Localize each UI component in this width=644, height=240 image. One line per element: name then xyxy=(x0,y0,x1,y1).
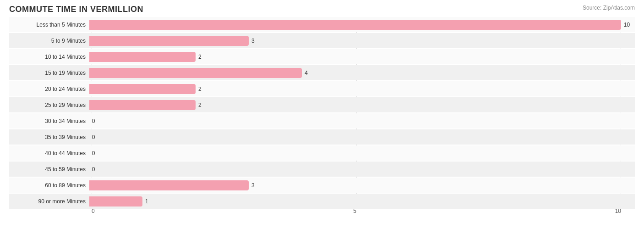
bar-track: 0 xyxy=(89,116,621,126)
bar-track: 3 xyxy=(89,180,621,190)
bar-track: 3 xyxy=(89,36,621,46)
bar-track: 1 xyxy=(89,196,621,207)
bar-row: 45 to 59 Minutes0 xyxy=(9,162,635,177)
bar-row: 60 to 89 Minutes3 xyxy=(9,178,635,193)
bar-row: 10 to 14 Minutes2 xyxy=(9,49,635,64)
chart-title: COMMUTE TIME IN VERMILLION xyxy=(9,5,635,14)
bar-fill xyxy=(89,20,621,30)
bar-value: 0 xyxy=(92,118,95,124)
bar-label: 20 to 24 Minutes xyxy=(9,86,89,92)
bar-track: 0 xyxy=(89,148,621,158)
bar-label: 25 to 29 Minutes xyxy=(9,102,89,108)
bar-value: 3 xyxy=(251,38,255,44)
bar-row: 35 to 39 Minutes0 xyxy=(9,129,635,145)
bar-track: 2 xyxy=(89,100,621,110)
bar-row: Less than 5 Minutes10 xyxy=(9,17,635,32)
bar-row: 90 or more Minutes1 xyxy=(9,194,635,209)
bar-row: 25 to 29 Minutes2 xyxy=(9,97,635,112)
x-tick: 0 xyxy=(92,208,95,214)
bar-value: 0 xyxy=(92,150,95,156)
chart-container: COMMUTE TIME IN VERMILLION Source: ZipAt… xyxy=(0,0,644,240)
bar-value: 4 xyxy=(305,70,308,76)
bar-track: 0 xyxy=(89,132,621,142)
bar-label: 45 to 59 Minutes xyxy=(9,166,89,173)
bar-label: 40 to 44 Minutes xyxy=(9,150,89,156)
bar-row: 40 to 44 Minutes0 xyxy=(9,145,635,161)
bar-label: 60 to 89 Minutes xyxy=(9,182,89,189)
bar-fill xyxy=(89,180,249,190)
bar-label: 5 to 9 Minutes xyxy=(9,38,89,44)
bar-fill xyxy=(89,68,302,78)
bar-track: 4 xyxy=(89,68,621,78)
bar-value: 2 xyxy=(198,86,202,92)
x-tick: 5 xyxy=(353,208,356,214)
bar-label: Less than 5 Minutes xyxy=(9,22,89,28)
bar-label: 10 to 14 Minutes xyxy=(9,54,89,60)
chart-area: Less than 5 Minutes105 to 9 Minutes310 t… xyxy=(9,17,635,219)
bar-label: 35 to 39 Minutes xyxy=(9,134,89,140)
bar-row: 30 to 34 Minutes0 xyxy=(9,113,635,128)
bar-row: 15 to 19 Minutes4 xyxy=(9,65,635,80)
bar-fill xyxy=(89,100,196,110)
bar-fill xyxy=(89,52,196,62)
bar-value: 2 xyxy=(198,102,202,108)
bar-value: 0 xyxy=(92,166,95,173)
x-tick: 10 xyxy=(615,208,621,214)
bar-value: 0 xyxy=(92,134,95,140)
x-axis: 0510 xyxy=(92,208,621,219)
source-text: Source: ZipAtlas.com xyxy=(583,5,635,11)
bar-label: 30 to 34 Minutes xyxy=(9,118,89,124)
bar-value: 1 xyxy=(145,198,148,205)
bar-fill xyxy=(89,84,196,94)
bar-track: 2 xyxy=(89,52,621,62)
bar-label: 15 to 19 Minutes xyxy=(9,70,89,76)
bar-row: 20 to 24 Minutes2 xyxy=(9,81,635,96)
bar-value: 10 xyxy=(624,22,630,28)
bar-track: 10 xyxy=(89,20,621,30)
bar-track: 2 xyxy=(89,84,621,94)
bar-row: 5 to 9 Minutes3 xyxy=(9,33,635,48)
bar-fill xyxy=(89,196,142,207)
bar-label: 90 or more Minutes xyxy=(9,198,89,205)
bar-value: 2 xyxy=(198,54,202,60)
bar-track: 0 xyxy=(89,164,621,174)
bars-area: Less than 5 Minutes105 to 9 Minutes310 t… xyxy=(9,17,635,206)
bar-value: 3 xyxy=(251,182,255,189)
bar-fill xyxy=(89,36,249,46)
